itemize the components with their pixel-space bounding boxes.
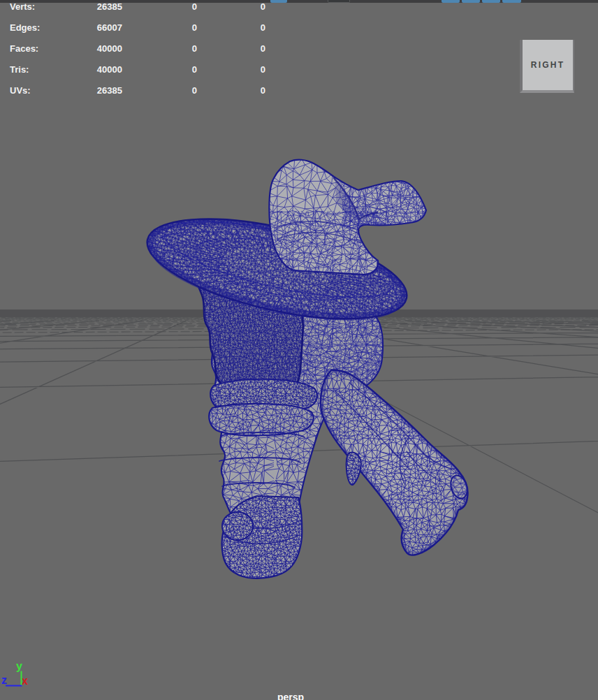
svg-text:y: y <box>16 660 22 672</box>
svg-text:x: x <box>22 675 28 687</box>
svg-text:z: z <box>1 674 7 686</box>
